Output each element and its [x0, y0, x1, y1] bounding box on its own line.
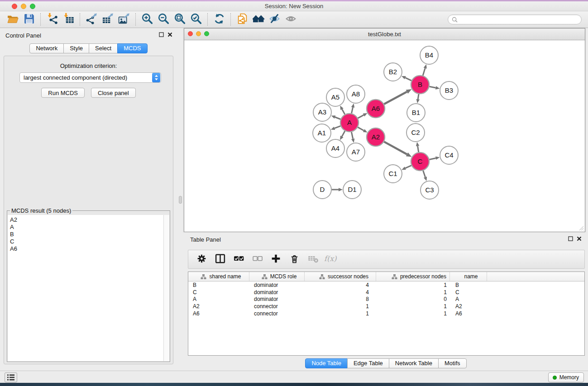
close-table-panel-icon[interactable]	[577, 236, 582, 241]
refresh-button[interactable]	[211, 13, 227, 26]
graph-node-B1[interactable]: B1	[407, 104, 425, 122]
edge-A-A5[interactable]	[342, 109, 345, 114]
graph-node-A1[interactable]: A1	[313, 124, 331, 142]
run-mcds-button[interactable]: Run MCDS	[41, 88, 85, 98]
edge-A-A7[interactable]	[351, 132, 353, 139]
graph-node-D[interactable]: D	[313, 181, 331, 199]
export-network-button[interactable]	[83, 13, 100, 26]
edge-B-B2[interactable]	[405, 78, 411, 81]
network-window-titlebar[interactable]: testGlobe.txt	[184, 29, 585, 40]
mcds-result-item[interactable]: A6	[10, 245, 163, 253]
mcds-result-item[interactable]: A2	[10, 216, 163, 224]
close-panel-button[interactable]: Close panel	[91, 88, 136, 98]
edge-A-A1[interactable]	[335, 126, 340, 128]
delete-table-button[interactable]	[307, 253, 319, 265]
vertical-splitter-grip[interactable]	[179, 196, 182, 204]
graph-node-A6[interactable]: A6	[367, 100, 385, 118]
column-header-successor-nodes[interactable]: successor nodes	[305, 272, 376, 281]
graph-node-C1[interactable]: C1	[384, 165, 402, 183]
zoom-in-button[interactable]	[139, 13, 155, 26]
graph-node-C3[interactable]: C3	[421, 181, 439, 199]
select-all-button[interactable]	[233, 253, 244, 265]
table-row[interactable]: Bdominator41B	[188, 281, 584, 289]
graph-node-A5[interactable]: A5	[326, 88, 344, 106]
zoom-selected-button[interactable]	[188, 13, 204, 26]
tab-network-table[interactable]: Network Table	[389, 358, 439, 368]
mcds-result-item[interactable]: A	[10, 224, 163, 231]
graph-node-C4[interactable]: C4	[440, 146, 458, 164]
mcds-result-scrollbar[interactable]	[163, 215, 169, 361]
task-history-button[interactable]	[5, 372, 17, 382]
export-table-button[interactable]	[100, 13, 116, 26]
main-titlebar[interactable]: Session: New Session	[0, 1, 588, 11]
edge-C-C4[interactable]	[430, 158, 436, 159]
search-input[interactable]	[460, 16, 578, 23]
graph-node-D1[interactable]: D1	[343, 181, 361, 199]
edge-A6-B[interactable]	[384, 92, 407, 104]
edge-A-A8[interactable]	[352, 107, 353, 113]
clone-network-button[interactable]	[234, 13, 250, 26]
save-session-button[interactable]	[21, 13, 37, 26]
close-panel-icon[interactable]	[167, 32, 172, 37]
import-table-button[interactable]	[60, 13, 76, 26]
graph-node-A2[interactable]: A2	[367, 128, 385, 146]
float-panel-icon[interactable]	[159, 32, 164, 37]
columns-button[interactable]	[214, 253, 226, 265]
column-header-name[interactable]: name	[450, 272, 487, 281]
table-row[interactable]: A2connector11A2	[188, 303, 584, 310]
edge-B-B3[interactable]	[430, 86, 436, 88]
optimization-select[interactable]: largest connected component (directed)	[19, 72, 161, 83]
mcds-result-list[interactable]: A2ABCA6	[8, 215, 163, 361]
zoom-out-button[interactable]	[155, 13, 172, 26]
network-canvas[interactable]: AA1A2A3A4A5A6A7A8BB1B2B3B4CC1C2C3C4DD1	[184, 40, 585, 232]
home-view-button[interactable]	[250, 13, 267, 26]
graph-node-B2[interactable]: B2	[384, 63, 402, 81]
search-field[interactable]	[448, 14, 582, 24]
edge-A-A6[interactable]	[358, 115, 364, 118]
edge-C-C2[interactable]	[418, 146, 419, 152]
resize-grip-icon[interactable]	[578, 225, 584, 231]
graph-node-B3[interactable]: B3	[440, 81, 458, 100]
edge-C-C1[interactable]	[405, 166, 411, 168]
tab-mcds[interactable]: MCDS	[117, 43, 147, 53]
tab-edge-table[interactable]: Edge Table	[347, 358, 389, 368]
graph-node-A4[interactable]: A4	[326, 139, 344, 157]
show-all-button[interactable]	[283, 13, 299, 26]
tab-style[interactable]: Style	[63, 43, 89, 53]
tab-node-table[interactable]: Node Table	[305, 358, 348, 368]
tab-network[interactable]: Network	[29, 43, 64, 53]
table-row[interactable]: A6connector11A6	[188, 310, 584, 317]
column-header-predecessor-nodes[interactable]: predecessor nodes	[376, 272, 450, 281]
delete-button[interactable]	[288, 253, 300, 265]
graph-node-C2[interactable]: C2	[406, 124, 425, 142]
graph-node-B4[interactable]: B4	[420, 46, 438, 64]
graph-node-A[interactable]: A	[340, 114, 359, 132]
column-header-MCDS-role[interactable]: MCDS role	[249, 272, 305, 281]
deselect-all-button[interactable]	[251, 253, 263, 265]
graph-node-A8[interactable]: A8	[347, 85, 365, 103]
import-network-button[interactable]	[44, 13, 60, 26]
table-row[interactable]: Cdominator41C	[188, 289, 584, 296]
graph-node-A3[interactable]: A3	[313, 103, 331, 121]
mcds-result-item[interactable]: B	[10, 231, 163, 238]
graph-node-B[interactable]: B	[411, 76, 429, 94]
graph-node-C[interactable]: C	[411, 152, 429, 171]
edge-A-A2[interactable]	[358, 127, 363, 130]
add-button[interactable]	[270, 253, 282, 265]
mcds-result-item[interactable]: C	[10, 238, 163, 245]
edge-A2-C[interactable]	[384, 142, 407, 154]
edge-A-A3[interactable]	[335, 117, 340, 119]
export-image-button[interactable]	[116, 13, 132, 26]
tab-motifs[interactable]: Motifs	[438, 358, 467, 368]
zoom-fit-button[interactable]	[172, 13, 188, 26]
table-row[interactable]: Adominator80A	[188, 296, 584, 303]
edge-C-C3[interactable]	[423, 171, 425, 177]
edge-B-B1[interactable]	[418, 94, 419, 100]
function-button[interactable]: f(x)	[325, 253, 337, 265]
tab-select[interactable]: Select	[89, 43, 118, 53]
hide-selected-button[interactable]	[267, 13, 283, 26]
open-file-button[interactable]	[5, 13, 21, 26]
edge-A-A4[interactable]	[342, 131, 345, 136]
edge-B-B4[interactable]	[423, 68, 425, 76]
column-header-shared-name[interactable]: shared name	[188, 272, 249, 281]
